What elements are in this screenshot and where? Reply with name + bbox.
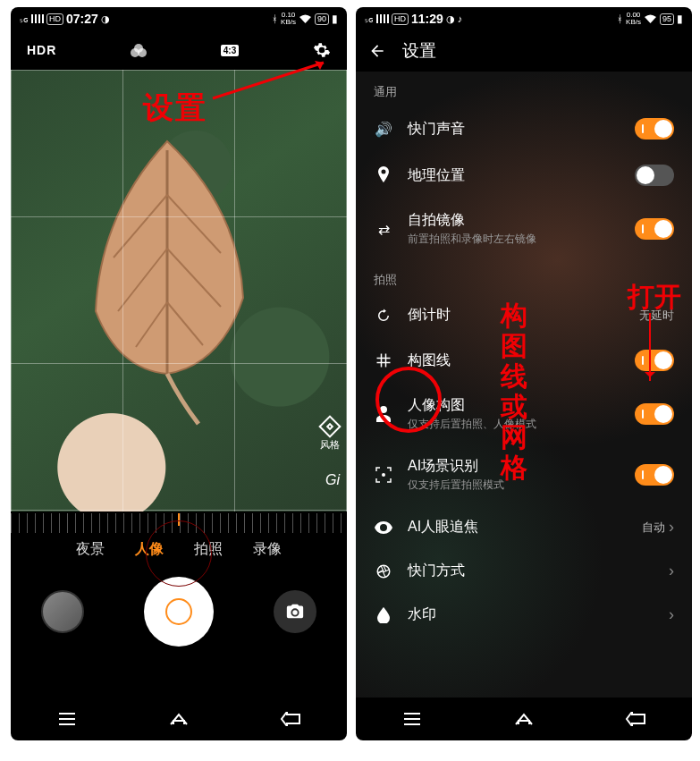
row-watermark[interactable]: 水印 › xyxy=(356,593,692,637)
mode-night[interactable]: 夜景 xyxy=(76,540,105,559)
zoom-ruler[interactable] xyxy=(11,513,347,533)
shutter-row xyxy=(11,564,347,647)
style-icon xyxy=(318,415,341,437)
status-left-cluster: HD 11:29 ◑ ♪ xyxy=(365,12,462,26)
style-label: 风格 xyxy=(320,438,340,452)
settings-header: 设置 xyxy=(356,30,692,72)
row-ai-scene[interactable]: AI场景识别 仅支持后置拍照模式 xyxy=(356,444,692,505)
row-grid-lines[interactable]: 构图线 xyxy=(356,337,692,384)
row-shutter-mode[interactable]: 快门方式 › xyxy=(356,549,692,593)
bluetooth-icon: ᚼ xyxy=(617,13,623,24)
nav-home-button[interactable] xyxy=(167,707,190,731)
hdr-toggle[interactable]: HDR xyxy=(27,43,56,57)
signal-bars-icon xyxy=(376,14,389,23)
svg-point-0 xyxy=(382,473,385,477)
toggle-geolocation[interactable] xyxy=(635,165,674,186)
filters-icon[interactable] xyxy=(131,44,147,56)
eye-icon xyxy=(374,521,393,534)
status-bar: HD 11:29 ◑ ♪ ᚼ 0.00KB/s 95 ▮ xyxy=(356,7,692,30)
switch-camera-button[interactable] xyxy=(274,590,316,633)
alarm-icon: ◑ xyxy=(446,13,455,25)
row-geolocation[interactable]: 地理位置 xyxy=(356,152,692,199)
clock: 11:29 xyxy=(411,12,443,26)
battery-icon: ▮ xyxy=(332,13,338,25)
nav-menu-button[interactable] xyxy=(401,707,424,731)
network-type xyxy=(20,13,29,25)
nav-home-button[interactable] xyxy=(512,707,536,731)
row-selfie-mirror[interactable]: ⇄ 自拍镜像 前置拍照和录像时左右镜像 xyxy=(356,199,692,259)
droplet-icon xyxy=(374,607,393,623)
row-portrait-composition[interactable]: 人像构图 仅支持后置拍照、人像模式 xyxy=(356,384,692,444)
toggle-portrait-composition[interactable] xyxy=(635,403,674,425)
battery-badge: 90 xyxy=(315,13,329,25)
toggle-ai-scene[interactable] xyxy=(635,464,674,486)
section-photo-title: 拍照 xyxy=(356,259,692,293)
toggle-grid-lines[interactable] xyxy=(635,350,674,371)
net-speed: 0.10KB/s xyxy=(281,12,296,26)
status-bar: HD 07:27 ◑ ᚼ 0.10KB/s 90 ▮ xyxy=(11,7,347,30)
gear-icon xyxy=(313,41,331,59)
viewfinder[interactable]: 风格 Gi ƒ2.0 虚化 xyxy=(11,70,347,512)
nav-back-button[interactable] xyxy=(279,707,302,731)
status-left-cluster: HD 07:27 ◑ xyxy=(20,12,110,26)
signal-bars-icon xyxy=(31,14,44,23)
timer-value: 无延时 xyxy=(639,308,674,324)
nav-back-button[interactable] xyxy=(624,707,647,731)
status-right-cluster: ᚼ 0.10KB/s 90 ▮ xyxy=(272,12,338,26)
shutter-button[interactable] xyxy=(144,577,214,647)
battery-icon: ▮ xyxy=(677,13,683,25)
camera-icon xyxy=(285,602,305,621)
aperture-icon xyxy=(374,563,393,579)
camera-settings-screen: HD 11:29 ◑ ♪ ᚼ 0.00KB/s 95 ▮ 设置 通用 🔊 快门声… xyxy=(356,7,692,740)
scan-icon xyxy=(374,467,393,483)
person-icon xyxy=(374,406,393,422)
alarm-icon: ◑ xyxy=(101,13,110,25)
row-shutter-sound[interactable]: 🔊 快门声音 xyxy=(356,106,692,152)
hd-badge: HD xyxy=(46,13,63,25)
mode-selector[interactable]: 夜景 人像 拍照 录像 xyxy=(11,533,347,564)
gallery-thumbnail[interactable] xyxy=(41,590,84,633)
volume-icon: 🔊 xyxy=(374,121,393,138)
network-type xyxy=(365,13,374,25)
wifi-icon xyxy=(644,14,657,24)
chevron-right-icon: › xyxy=(669,562,674,580)
row-timer[interactable]: 倒计时 无延时 xyxy=(356,293,692,337)
mode-video[interactable]: 录像 xyxy=(253,540,282,559)
clock: 07:27 xyxy=(66,12,98,26)
location-icon xyxy=(374,166,393,184)
settings-title: 设置 xyxy=(402,39,436,63)
mode-photo[interactable]: 拍照 xyxy=(194,540,223,559)
mirror-icon: ⇄ xyxy=(374,221,393,238)
composition-grid-overlay xyxy=(11,70,347,512)
toggle-shutter-sound[interactable] xyxy=(635,118,674,140)
camera-toolbar: HDR 4:3 xyxy=(11,30,347,70)
row-eye-tracking[interactable]: AI人眼追焦 自动› xyxy=(356,505,692,549)
system-nav-bar xyxy=(356,698,692,740)
style-button[interactable]: 风格 xyxy=(320,419,340,452)
shutter-inner-ring xyxy=(165,598,192,625)
nav-menu-button[interactable] xyxy=(55,707,79,731)
toggle-selfie-mirror[interactable] xyxy=(635,218,674,240)
chevron-right-icon: › xyxy=(669,605,674,624)
tiktok-icon: ♪ xyxy=(458,13,463,24)
hd-badge: HD xyxy=(392,13,409,25)
mode-portrait[interactable]: 人像 xyxy=(135,540,164,559)
chevron-right-icon: › xyxy=(669,518,674,537)
section-general-title: 通用 xyxy=(356,72,692,106)
settings-list[interactable]: 通用 🔊 快门声音 地理位置 ⇄ 自拍镜像 前置拍照和录像时左右镜像 拍照 倒计… xyxy=(356,72,692,698)
timer-icon xyxy=(374,308,393,324)
wifi-icon xyxy=(299,14,312,24)
arrow-left-icon xyxy=(368,42,386,60)
net-speed: 0.00KB/s xyxy=(626,12,641,26)
settings-button[interactable] xyxy=(313,41,331,59)
gi-button[interactable]: Gi xyxy=(325,472,340,488)
camera-app-screen: HD 07:27 ◑ ᚼ 0.10KB/s 90 ▮ HDR 4:3 xyxy=(11,7,347,740)
aspect-ratio-toggle[interactable]: 4:3 xyxy=(221,45,239,56)
battery-badge: 95 xyxy=(660,13,674,25)
back-button[interactable] xyxy=(368,42,386,60)
bluetooth-icon: ᚼ xyxy=(272,13,278,24)
grid-icon xyxy=(374,353,393,368)
system-nav-bar xyxy=(11,698,347,740)
status-right-cluster: ᚼ 0.00KB/s 95 ▮ xyxy=(617,12,683,26)
